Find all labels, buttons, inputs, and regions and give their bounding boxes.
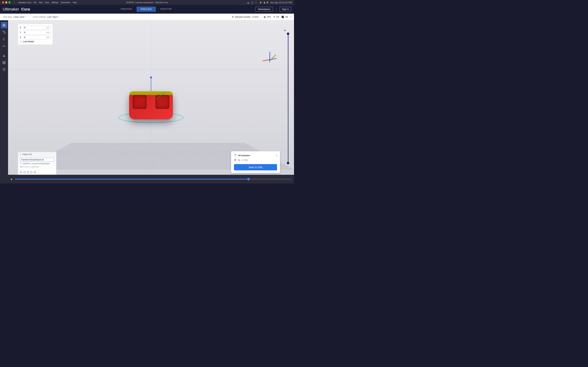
object-action-3[interactable]: ⬡ <box>27 171 29 174</box>
svg-rect-4 <box>3 62 5 63</box>
object-list-collapse-icon[interactable]: ▼ <box>20 153 22 155</box>
viewport-hline <box>8 69 294 69</box>
svg-rect-5 <box>3 63 5 64</box>
object-action-2[interactable]: ⬡ <box>23 171 25 174</box>
tab-prepare[interactable]: PREPARE <box>117 7 136 12</box>
y-input[interactable] <box>24 31 35 34</box>
edit-icon[interactable]: ✏ <box>20 162 21 165</box>
signin-button[interactable]: Sign in <box>280 7 291 12</box>
3d-viewport[interactable]: 80 X mm Y mm Z <box>8 20 294 184</box>
tab-monitor[interactable]: MONITOR <box>156 7 175 12</box>
logo-suffix: Cura <box>21 7 30 11</box>
infill-value: 20% <box>267 16 271 18</box>
color-scheme-select[interactable]: Line Type ▾ <box>47 16 59 18</box>
close-button[interactable] <box>2 1 4 3</box>
seam-tool-button[interactable] <box>1 67 7 73</box>
titlebar-right: ☁ ◯ ☾ ⚡ ▮ ◤ Sun Apr 10 11:37 PM <box>247 1 292 4</box>
color-scheme-chevron: ▾ <box>58 16 59 18</box>
toolbar-expand-chevron[interactable]: ▾ <box>290 16 291 18</box>
toolbar-divider-1 <box>29 15 29 19</box>
y-unit: mm <box>46 31 50 34</box>
view-type-label: View type <box>3 16 12 18</box>
menu-item-help[interactable]: Help <box>73 1 77 3</box>
object-action-1[interactable]: ⬡ <box>20 171 22 174</box>
transform-x-row: X mm <box>20 26 51 30</box>
menu-item-app[interactable]: Ultimaker Cura <box>18 1 31 3</box>
object-action-4[interactable]: ⬡ <box>30 171 32 174</box>
save-to-disk-button[interactable]: Save to Disk <box>234 164 277 170</box>
logo-prefix: Ultimaker <box>3 7 19 11</box>
x-unit: mm <box>46 26 50 29</box>
settings-tool-button[interactable] <box>1 59 7 66</box>
left-toolbar <box>0 20 8 184</box>
color-scheme-group: Color scheme Line Type ▾ <box>33 16 59 18</box>
clock-icon: ◯ <box>251 1 254 4</box>
print-material-value: 5g · 1.71m <box>238 159 248 161</box>
adhesion-label: Off <box>285 16 288 18</box>
move-tool-button[interactable] <box>1 22 7 28</box>
y-input-wrapper: mm <box>23 31 51 34</box>
minimize-button[interactable] <box>5 1 7 3</box>
app-header: Ultimaker Cura PREPARE PREVIEW MONITOR M… <box>0 5 294 14</box>
z-label: Z <box>20 36 22 39</box>
view-type-group: View type Layer view ▾ <box>3 16 26 18</box>
lock-model-checkbox[interactable] <box>20 41 22 43</box>
rotate-tool-button[interactable] <box>1 36 7 42</box>
window-title: CE3PRO_TransformScaleStack - Ultimaker C… <box>126 1 168 3</box>
object-action-5[interactable]: ⬡ <box>34 171 36 174</box>
z-unit: mm <box>46 36 50 39</box>
support-tool-button[interactable] <box>1 52 7 59</box>
adhesion-settings[interactable]: ⬛ Off <box>281 16 288 18</box>
object-list-title: Object list <box>23 153 32 156</box>
object-filename[interactable]: TransformScaleStack.stl <box>20 158 54 162</box>
bluetooth-icon: ⚡ <box>259 1 262 4</box>
moon-icon: ☾ <box>255 1 257 4</box>
main-area: 80 X mm Y mm Z <box>0 20 294 184</box>
layer-max-label: 80 <box>284 29 286 32</box>
window-controls[interactable] <box>2 1 10 3</box>
print-time-value: 44 minutes <box>238 154 250 157</box>
z-input[interactable] <box>24 36 35 39</box>
layer-slider[interactable]: 80 <box>287 29 289 168</box>
view-toolbar: View type Layer view ▾ Color scheme Line… <box>0 14 294 20</box>
color-scheme-value: Line Type <box>47 16 57 18</box>
grid-icon[interactable]: ⋮ <box>275 7 278 11</box>
tab-preview[interactable]: PREVIEW <box>137 7 156 12</box>
playback-bar: ▶ <box>8 175 294 184</box>
object-dimensions: 40.0 x 21.7 x 16.0 mm <box>20 165 54 168</box>
info-button[interactable]: ℹ <box>276 154 277 157</box>
y-label: Y <box>20 31 22 34</box>
view-type-select[interactable]: Layer view ▾ <box>13 16 26 18</box>
nav-tabs: PREPARE PREVIEW MONITOR <box>37 7 255 12</box>
menu-item-settings[interactable]: Settings <box>52 1 59 3</box>
support-label: Off <box>276 16 279 18</box>
layer-slider-bottom-handle[interactable] <box>287 162 289 164</box>
maximize-button[interactable] <box>9 1 10 3</box>
object-edit-row: ✏ CE3PRO_TransformScaleStack <box>20 162 54 165</box>
quality-settings[interactable]: ⚙ Standard Quality - 0.2mm <box>232 16 259 18</box>
mirror-tool-button[interactable] <box>1 43 7 49</box>
apple-icon[interactable]:  <box>14 1 15 3</box>
transform-z-row: Z mm <box>20 35 51 39</box>
timeline-handle[interactable] <box>247 178 250 180</box>
menu-item-view[interactable]: View <box>45 1 49 3</box>
infill-settings[interactable]: ▦ 20% <box>264 16 271 18</box>
play-button[interactable]: ▶ <box>11 178 13 181</box>
menu-item-edit[interactable]: Edit <box>39 1 42 3</box>
object-list-item: TransformScaleStack.stl ✏ CE3PRO_Transfo… <box>18 157 56 170</box>
menu-bar:  Ultimaker Cura File Edit View Settings… <box>14 1 77 3</box>
marketplace-button[interactable]: Marketplace <box>255 7 273 12</box>
svg-rect-3 <box>3 61 5 62</box>
support-settings[interactable]: ⬆ Off <box>273 16 279 18</box>
quality-icon: ⚙ <box>232 16 234 18</box>
view-type-value: Layer view <box>13 16 24 18</box>
print-info-panel: ⏱ 44 minutes ℹ ⚙ 5g · 1.71m Save to Disk <box>231 151 280 173</box>
menu-item-extensions[interactable]: Extensions <box>61 1 70 3</box>
scale-tool-button[interactable] <box>1 29 7 35</box>
timeline-track[interactable] <box>15 179 291 179</box>
x-input[interactable] <box>24 26 35 29</box>
menu-item-file[interactable]: File <box>34 1 37 3</box>
time-display: Sun Apr 10 11:37 PM <box>270 1 292 4</box>
material-icon: ⚙ <box>234 158 236 162</box>
support-icon: ⬆ <box>273 16 275 18</box>
